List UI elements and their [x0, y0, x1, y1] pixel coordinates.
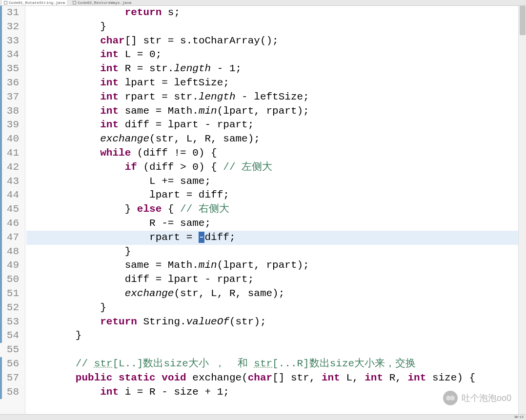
line-number: 31	[0, 6, 20, 20]
line-number: 49	[0, 259, 20, 273]
line-number: 48	[0, 245, 20, 259]
code-line[interactable]: return String.valueOf(str);	[26, 315, 526, 329]
code-line[interactable]: int rpart = str.length - leftSize;	[26, 90, 526, 104]
code-line[interactable]: int diff = lpart - rpart;	[26, 118, 526, 132]
code-line[interactable]	[26, 343, 526, 357]
line-number: 40	[0, 132, 20, 146]
code-line[interactable]: diff = lpart - rpart;	[26, 273, 526, 287]
code-line[interactable]: char[] str = s.toCharArray();	[26, 34, 526, 48]
code-line[interactable]: exchange(str, L, R, same);	[26, 132, 526, 146]
line-number: 34	[0, 48, 20, 62]
tab-file-2[interactable]: Code02_RestoreWays.java	[71, 0, 133, 5]
line-number: 36	[0, 76, 20, 90]
watermark: 吐个泡泡oo0	[443, 391, 511, 405]
code-editor[interactable]: 3132333435363738394041424344454647484950…	[0, 6, 526, 414]
line-number: 42	[0, 160, 20, 175]
line-number: 50	[0, 273, 20, 287]
line-number: 43	[0, 175, 20, 189]
line-number: 32	[0, 20, 20, 34]
code-line[interactable]: int lpart = leftSize;	[26, 76, 526, 90]
code-line[interactable]: }	[26, 20, 526, 34]
tab-label: Code02_RestoreWays.java	[78, 0, 131, 5]
status-bar: Writ	[0, 414, 526, 420]
scroll-thumb[interactable]	[520, 6, 526, 35]
line-number: 58	[0, 385, 20, 400]
line-number: 44	[0, 188, 20, 202]
line-number: 39	[0, 118, 20, 132]
wechat-icon	[443, 391, 458, 405]
tab-file-1[interactable]: Code01_RotateString.java	[2, 0, 67, 5]
line-number: 38	[0, 104, 20, 119]
code-line[interactable]: R -= same;	[26, 217, 526, 231]
status-text: Writ	[515, 415, 524, 419]
code-line[interactable]: } else { // 右侧大	[26, 202, 526, 217]
code-line[interactable]: public static void exchange(char[] str, …	[26, 371, 526, 385]
line-number: 33	[0, 34, 20, 48]
code-area[interactable]: return s; } char[] str = s.toCharArray()…	[25, 6, 526, 414]
line-number: 55	[0, 343, 20, 357]
code-line[interactable]: L += same;	[26, 175, 526, 189]
code-line[interactable]: }	[26, 301, 526, 315]
java-file-icon	[73, 1, 76, 4]
line-number: 47	[0, 231, 20, 245]
code-line[interactable]: same = Math.min(lpart, rpart);	[26, 259, 526, 273]
code-line[interactable]: }	[26, 329, 526, 343]
line-number: 45	[0, 202, 20, 217]
code-line[interactable]: lpart = diff;	[26, 188, 526, 202]
line-number: 53	[0, 315, 20, 329]
code-line[interactable]: rpart = -diff;	[26, 231, 526, 245]
code-line[interactable]: exchange(str, L, R, same);	[26, 287, 526, 301]
code-line[interactable]: int R = str.length - 1;	[26, 62, 526, 76]
line-number: 52	[0, 301, 20, 315]
line-number: 37	[0, 90, 20, 104]
line-number: 57	[0, 371, 20, 385]
java-file-icon	[4, 1, 7, 4]
line-number-gutter: 3132333435363738394041424344454647484950…	[0, 6, 25, 414]
line-number: 51	[0, 287, 20, 301]
code-line[interactable]: if (diff > 0) { // 左侧大	[26, 160, 526, 175]
line-number: 54	[0, 329, 20, 343]
code-line[interactable]: int same = Math.min(lpart, rpart);	[26, 104, 526, 119]
code-line[interactable]: int L = 0;	[26, 48, 526, 62]
line-number: 35	[0, 62, 20, 76]
line-number: 41	[0, 146, 20, 160]
code-line[interactable]: // str[L..]数出size大小 ， 和 str[...R]数出size大…	[26, 357, 526, 371]
vertical-scrollbar[interactable]	[518, 6, 526, 414]
code-line[interactable]: while (diff != 0) {	[26, 146, 526, 160]
line-number: 46	[0, 217, 20, 231]
code-line[interactable]: }	[26, 245, 526, 259]
line-number: 56	[0, 357, 20, 371]
tab-label: Code01_RotateString.java	[9, 0, 65, 5]
tab-bar: Code01_RotateString.java Code02_RestoreW…	[0, 0, 526, 6]
watermark-text: 吐个泡泡oo0	[462, 392, 511, 404]
code-line[interactable]: return s;	[26, 6, 526, 20]
